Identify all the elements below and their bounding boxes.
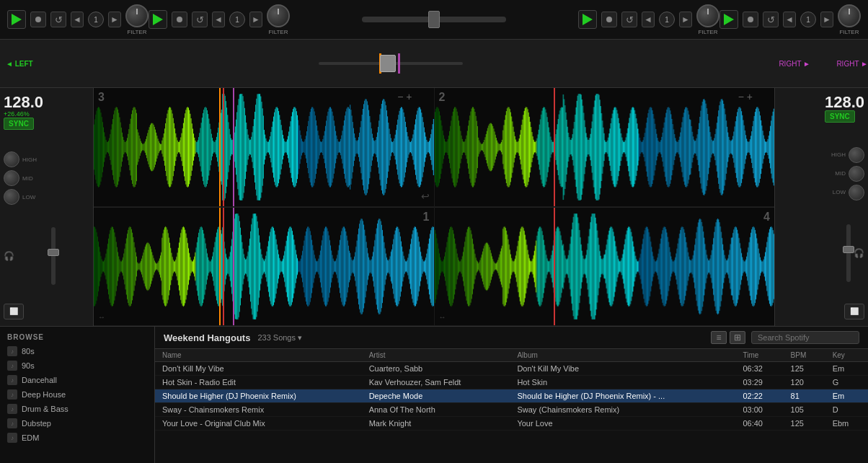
deck-a-prev-button[interactable]: ◄ xyxy=(71,12,84,27)
waveform-deck-2[interactable]: 2 − + xyxy=(435,88,775,207)
deck-a-loop-button[interactable]: 1 xyxy=(88,12,104,27)
crossfader-track[interactable] xyxy=(362,17,506,22)
browser-item-deep-house[interactable]: ♪ Deep House xyxy=(0,387,154,402)
pitch-slider-thumb[interactable] xyxy=(380,55,396,72)
deck-d-play-button[interactable] xyxy=(719,10,738,29)
deck-d-prev-button[interactable]: ◄ xyxy=(783,12,796,27)
deck-3-headphone-icon[interactable]: 🎧 xyxy=(4,251,14,261)
col-bpm[interactable]: BPM xyxy=(784,349,825,362)
browser-item-80s[interactable]: ♪ 80s xyxy=(0,344,154,358)
browser-item-drum-bass[interactable]: ♪ Drum & Bass xyxy=(0,402,154,416)
grid-view-button[interactable]: ⊞ xyxy=(730,331,745,344)
waveform-area: 3 − + // Draw waveform bar xyxy=(94,88,434,326)
deck-a-cue-button[interactable] xyxy=(30,12,46,27)
deck-2-plus[interactable]: + xyxy=(747,91,753,102)
browser-item-dancehall[interactable]: ♪ Dancehall xyxy=(0,373,154,387)
deck-1-low-knob[interactable] xyxy=(849,185,864,200)
col-artist[interactable]: Artist xyxy=(362,349,510,362)
deck-d-next-button[interactable]: ► xyxy=(820,12,833,27)
browser-item-dubstep[interactable]: ♪ Dubstep xyxy=(0,416,154,431)
deck-2-number: 2 xyxy=(439,91,446,104)
table-row[interactable]: Don't Kill My VibeCuartero, SabbDon't Ki… xyxy=(155,362,868,376)
deck-b-cue-button[interactable] xyxy=(172,12,187,27)
deck-3-left-controls: 128.0 +26.46% SYNC HIGH MID LOW 🎧 xyxy=(0,88,94,326)
browser-item-80s-icon: ♪ xyxy=(7,346,17,356)
deck-b-loop-button[interactable]: 1 xyxy=(229,12,245,27)
deck-d-filter-knob[interactable]: FILTER xyxy=(838,4,861,35)
table-row[interactable]: Should be Higher (DJ Phoenix Remix)Depec… xyxy=(155,389,868,403)
deck-3-volume-fader[interactable] xyxy=(51,227,56,285)
song-count[interactable]: 233 Songs ▾ xyxy=(257,333,302,343)
crossfader-center xyxy=(290,17,578,22)
deck-3-mid-knob[interactable] xyxy=(4,170,19,186)
deck-a-play-button[interactable] xyxy=(7,10,26,29)
col-time[interactable]: Time xyxy=(735,349,783,362)
table-row[interactable]: Hot Skin - Radio EditKav Verhouzer, Sam … xyxy=(155,376,868,389)
deck-3-low-knob[interactable] xyxy=(4,189,19,205)
deck-c-play-button[interactable] xyxy=(578,10,597,29)
playlist-name: Weekend Hangouts xyxy=(164,332,250,343)
deck-1-sync-button[interactable]: SYNC xyxy=(825,110,855,123)
deck-c-loop-button[interactable]: 1 xyxy=(659,12,675,27)
channel-right-1-label: RIGHT ► xyxy=(779,60,810,68)
waveform-deck-1[interactable]: 1 ↔ xyxy=(94,207,434,327)
col-name[interactable]: Name xyxy=(155,349,362,362)
deck-b-next-button[interactable]: ► xyxy=(249,12,262,27)
deck-c-next-button[interactable]: ► xyxy=(679,12,692,27)
deck-3-headphone-btn[interactable]: ⬜ xyxy=(4,304,24,319)
deck-4-right-controls: 128.0 SYNC HIGH MID LOW 🎧 ⬜ xyxy=(774,88,868,326)
browser-item-deep-house-icon: ♪ xyxy=(7,389,17,400)
deck-3-plus[interactable]: + xyxy=(406,91,412,102)
crossfader-thumb[interactable] xyxy=(428,11,440,28)
search-input[interactable] xyxy=(751,331,859,344)
deck-b-controls: ↺ ◄ 1 ► FILTER xyxy=(149,4,290,35)
top-controls-bar: ↺ ◄ 1 ► FILTER ↺ ◄ 1 ► FILTER xyxy=(0,0,868,40)
deck-c-prev-button[interactable]: ◄ xyxy=(642,12,655,27)
deck-1-volume-fader[interactable] xyxy=(846,224,851,282)
deck-a-undo-button[interactable]: ↺ xyxy=(50,12,66,27)
browser-item-dubstep-icon: ♪ xyxy=(7,418,17,428)
deck-c-filter-knob[interactable]: FILTER xyxy=(696,4,719,35)
deck-b-play-button[interactable] xyxy=(149,10,167,29)
deck-b-undo-button[interactable]: ↺ xyxy=(192,12,208,27)
deck-3-sync-button[interactable]: SYNC xyxy=(4,118,34,130)
deck-1-number: 1 xyxy=(423,211,430,224)
list-view-button[interactable]: ≡ xyxy=(711,331,727,344)
cue-orange-1 xyxy=(219,88,221,206)
deck-a-next-button[interactable]: ► xyxy=(108,12,121,27)
waveform-deck-3-svg: // Draw waveform bars xyxy=(94,88,434,206)
deck-3-high-knob[interactable] xyxy=(4,151,19,167)
browser-item-edm[interactable]: ♪ EDM xyxy=(0,431,154,445)
deck-c-undo-button[interactable]: ↺ xyxy=(621,12,637,27)
deck-d-cue-button[interactable] xyxy=(743,12,758,27)
deck-a-filter-knob[interactable]: FILTER xyxy=(125,4,149,35)
table-row[interactable]: Sway - Chainsmokers RemixAnna Of The Nor… xyxy=(155,403,868,417)
browser-item-90s[interactable]: ♪ 90s xyxy=(0,358,154,373)
channel-left-1-label: ◄ LEFT xyxy=(0,40,58,87)
deck-1-mid-knob[interactable] xyxy=(849,166,864,182)
table-row[interactable]: Your Love - Original Club MixMark Knight… xyxy=(155,417,868,431)
waveform-deck-3[interactable]: 3 − + // Draw waveform bar xyxy=(94,88,434,207)
deck-1-headphone-btn[interactable]: ⬜ xyxy=(844,304,864,319)
deck-1-headphone-icon[interactable]: 🎧 xyxy=(854,248,864,258)
deck-d-loop-button[interactable]: 1 xyxy=(800,12,816,27)
deck-c-cue-button[interactable] xyxy=(601,12,617,27)
deck-3-minus[interactable]: − xyxy=(397,91,403,102)
deck-3-bpm-pct: +26.46% xyxy=(4,110,89,118)
waveform-area-2: 2 − + 4 ↔ xyxy=(434,88,775,326)
browser-header-right: ≡ ⊞ xyxy=(711,331,859,344)
waveform-zoom-icon-1: ↔ xyxy=(98,313,105,321)
col-album[interactable]: Album xyxy=(510,349,735,362)
deck-2-minus[interactable]: − xyxy=(738,91,744,102)
deck-1-high-knob[interactable] xyxy=(849,147,864,163)
col-key[interactable]: Key xyxy=(825,349,868,362)
waveform-canvas-4 xyxy=(435,208,775,326)
waveform-zoom-icon-2: ↔ xyxy=(439,313,446,321)
deck-a-controls: ↺ ◄ 1 ► FILTER xyxy=(7,4,149,35)
playhead-4 xyxy=(554,208,555,326)
waveform-deck-4[interactable]: 4 ↔ xyxy=(435,207,775,327)
deck-d-undo-button[interactable]: ↺ xyxy=(763,12,779,27)
deck-b-prev-button[interactable]: ◄ xyxy=(212,12,225,27)
deck-b-filter-knob[interactable]: FILTER xyxy=(267,4,290,35)
deck-3-number: 3 xyxy=(98,91,105,104)
